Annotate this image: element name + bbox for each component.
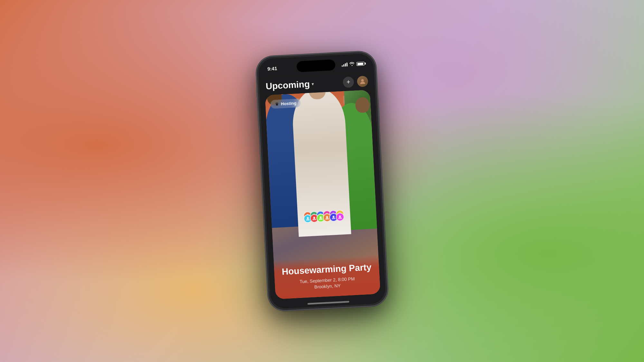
chevron-down-icon[interactable]: ▾ [312, 81, 314, 86]
signal-bar-2 [343, 64, 344, 66]
status-icons [342, 61, 365, 67]
crown-icon: ♛ [275, 101, 279, 107]
event-image: ♛ Hosting [265, 89, 381, 299]
event-info-overlay: Housewarming Party Tue, September 2, 8:0… [274, 255, 381, 299]
volume-up-button [257, 99, 259, 111]
svg-point-9 [320, 216, 322, 218]
svg-point-7 [307, 217, 309, 219]
upcoming-title[interactable]: Upcoming [265, 79, 310, 91]
svg-point-11 [333, 216, 335, 218]
phone-screen: 9:41 [258, 53, 386, 309]
svg-point-0 [361, 79, 364, 81]
svg-point-10 [326, 216, 328, 218]
svg-point-8 [313, 217, 315, 218]
wifi-icon [349, 61, 355, 67]
signal-bar-1 [342, 65, 343, 67]
home-indicator [308, 301, 349, 305]
signal-bar-3 [345, 63, 346, 66]
phone-mockup: 9:41 [256, 51, 388, 311]
header-actions: + [343, 75, 368, 88]
signal-icon [342, 62, 348, 67]
svg-point-12 [339, 215, 341, 217]
volume-down-button [258, 114, 260, 126]
battery-icon [356, 61, 365, 66]
event-card[interactable]: ♛ Hosting [265, 89, 381, 299]
attendee-avatar [336, 212, 344, 221]
hosting-label: Hosting [281, 100, 297, 106]
phone-frame: 9:41 [256, 51, 388, 311]
status-time: 9:41 [267, 65, 277, 71]
signal-bar-4 [346, 62, 348, 66]
header-title-row[interactable]: Upcoming ▾ [265, 79, 314, 91]
event-title: Housewarming Party [280, 262, 373, 277]
user-avatar-button[interactable] [357, 75, 368, 87]
add-event-button[interactable]: + [343, 76, 354, 88]
hosting-badge: ♛ Hosting [270, 98, 301, 109]
battery-fill [357, 62, 363, 65]
mute-button [256, 88, 258, 97]
